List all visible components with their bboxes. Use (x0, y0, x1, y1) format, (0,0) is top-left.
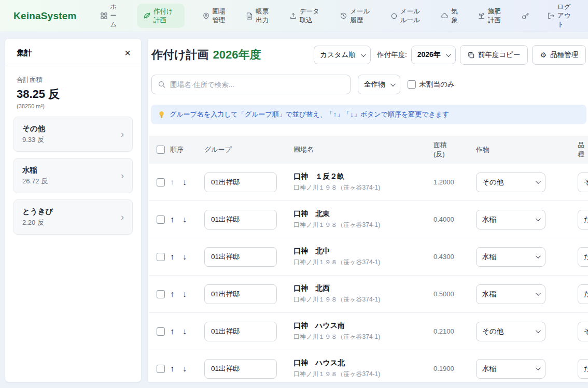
field-name: 口神 ハウス南 (293, 321, 433, 330)
chevron-down-icon (536, 365, 541, 370)
history-icon (340, 12, 347, 19)
move-down-button[interactable]: ↓ (183, 364, 187, 373)
table-row: ↑ ↓ 口神 ハウス南 口神ノ川１９８（笹ヶ谷374-1) 0.2100 その他… (149, 313, 588, 350)
row-checkbox[interactable] (157, 215, 165, 224)
summary-panel-header: 集計 × (5, 39, 141, 66)
search-input[interactable] (170, 81, 344, 89)
summary-title: 集計 (17, 48, 32, 58)
chevron-down-icon (536, 328, 541, 333)
group-input[interactable] (204, 284, 277, 304)
nav-item-data-import[interactable]: データ取込 (290, 7, 323, 25)
chevron-down-icon (446, 52, 451, 57)
row-checkbox[interactable] (157, 253, 165, 261)
move-down-button[interactable]: ↓ (183, 215, 187, 224)
nav-item-mail-history[interactable]: メール履歴 (340, 7, 373, 25)
nav-item-logout[interactable]: ログアウト (548, 3, 577, 29)
field-address: 口神ノ川１９８（笹ヶ谷374-1) (293, 183, 433, 192)
nav-item-label: 気象 (451, 7, 460, 25)
crop-select[interactable]: 水稲 (476, 284, 545, 304)
nav-item-weather[interactable]: 気象 (441, 7, 460, 25)
move-up-button[interactable]: ↑ (170, 364, 174, 373)
field-name: 口神 １反２畝 (293, 172, 433, 181)
area-value: 0.4300 (433, 253, 476, 261)
move-down-button[interactable]: ↓ (183, 178, 187, 187)
header-variety: 品種 (559, 140, 588, 159)
crop-select[interactable]: その他 (476, 322, 545, 341)
nav-item-fertilization-plan[interactable]: 施肥計画 (478, 7, 504, 25)
crop-select[interactable]: その他 (476, 173, 545, 192)
nav-list: ホーム 作付け計画 圃場管理 帳票出力 データ取込 (101, 3, 577, 29)
group-input[interactable] (204, 322, 277, 341)
unassigned-only-checkbox[interactable] (408, 80, 416, 89)
move-down-button[interactable]: ↓ (183, 252, 187, 262)
nav-item-report-output[interactable]: 帳票出力 (246, 7, 272, 25)
nav-item-mail-rules[interactable]: メールルール (391, 7, 423, 25)
nav-item-field-management[interactable]: 圃場管理 (203, 7, 229, 25)
row-checkbox[interactable] (157, 178, 165, 186)
chevron-down-icon (536, 179, 541, 184)
chevron-down-icon (536, 216, 541, 221)
variety-select[interactable]: そ (578, 173, 588, 192)
move-down-button[interactable]: ↓ (183, 290, 187, 299)
move-up-button[interactable]: ↑ (170, 252, 174, 262)
chevron-down-icon (536, 291, 541, 296)
sort-order-select[interactable]: カスタム順 (314, 46, 371, 64)
nav-item-label: 施肥計画 (488, 7, 504, 25)
sprout-icon (478, 12, 485, 19)
nav-item-key[interactable] (522, 12, 529, 20)
gear-icon: ⚙ (540, 51, 547, 59)
area-value: 0.2100 (433, 327, 476, 335)
variety-select[interactable]: た (578, 247, 588, 267)
variety-management-button[interactable]: ⚙ 品種管理 (532, 45, 586, 65)
variety-select[interactable]: そ (578, 322, 588, 341)
move-down-button[interactable]: ↓ (183, 327, 187, 336)
group-input[interactable] (204, 247, 277, 267)
variety-select[interactable]: た (578, 359, 588, 379)
crop-summary-card[interactable]: とうきび 2.20 反 › (13, 199, 133, 235)
move-up-button[interactable]: ↑ (170, 327, 174, 336)
content-area: 集計 × 合計面積 38.25 反 (38250 m²) その他 9.33 反 … (0, 32, 588, 388)
hint-banner: グループ名を入力して「グループ順」で並び替え、「↑」「↓」ボタンで順序を変更でき… (151, 105, 586, 124)
total-area-label: 合計面積 (17, 76, 133, 84)
crop-select[interactable]: 水稲 (476, 210, 545, 229)
app-logo[interactable]: KeinaSystem (13, 10, 77, 22)
nav-item-label: ログアウト (557, 3, 577, 29)
nav-item-label: 作付け計画 (153, 7, 178, 25)
main-panel: 作付け計画 2026年度 カスタム順 作付年度: 2026年 前年度コピー ⚙ (148, 39, 588, 382)
crop-summary-card[interactable]: その他 9.33 反 › (13, 117, 133, 152)
row-checkbox[interactable] (157, 327, 165, 336)
move-up-button[interactable]: ↑ (170, 215, 174, 224)
home-grid-icon (101, 12, 107, 19)
circle-icon (391, 13, 397, 19)
group-input[interactable] (204, 359, 277, 379)
planting-year-select[interactable]: 2026年 (411, 46, 456, 64)
field-address: 口神ノ川１９８（笹ヶ谷374-1) (293, 370, 433, 379)
crop-name: とうきび (22, 207, 53, 217)
unassigned-only-toggle[interactable]: 未割当のみ (408, 80, 455, 89)
crop-summary-card[interactable]: 水稲 26.72 反 › (13, 158, 133, 193)
move-up-button[interactable]: ↑ (170, 178, 174, 187)
move-up-button[interactable]: ↑ (170, 290, 174, 299)
nav-item-planting-plan[interactable]: 作付け計画 (137, 4, 185, 28)
crop-summary-list: その他 9.33 反 › 水稲 26.72 反 › とうきび 2.20 反 › (5, 109, 141, 235)
row-checkbox[interactable] (157, 365, 165, 373)
select-all-checkbox[interactable] (157, 146, 165, 154)
crop-select[interactable]: 水稲 (476, 247, 545, 267)
nav-item-label: データ取込 (300, 7, 323, 25)
variety-select[interactable]: た (578, 210, 588, 229)
field-name: 口神 ハウス北 (293, 358, 433, 368)
variety-select[interactable]: た (578, 284, 588, 304)
summary-total: 合計面積 38.25 反 (38250 m²) (5, 66, 141, 109)
close-icon[interactable]: × (124, 48, 131, 58)
area-value: 0.5000 (433, 290, 476, 298)
row-checkbox[interactable] (157, 290, 165, 298)
group-input[interactable] (204, 210, 277, 229)
nav-item-home[interactable]: ホーム (101, 3, 119, 29)
crop-filter-select[interactable]: 全作物 (358, 75, 400, 94)
field-name: 口神 北中 (293, 247, 433, 256)
crop-select[interactable]: 水稲 (476, 359, 545, 379)
search-box (151, 75, 351, 94)
copy-previous-year-button[interactable]: 前年度コピー (460, 45, 528, 65)
table-row: ↑ ↓ 口神 北中 口神ノ川１９８（笹ヶ谷374-1) 0.4300 水稲 た (149, 238, 588, 276)
group-input[interactable] (204, 173, 277, 192)
